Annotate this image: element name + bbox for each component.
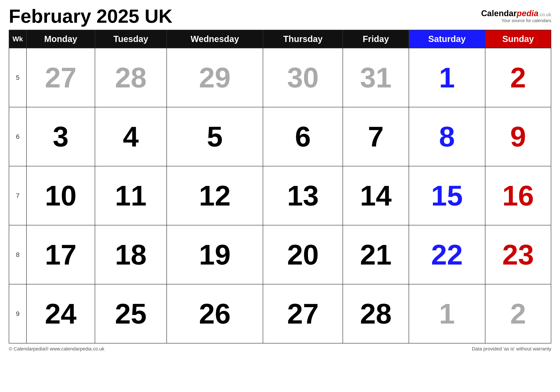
day-cell: 10 [27,166,95,225]
logo-couk: .co.uk [538,12,551,17]
header-thursday: Thursday [263,30,343,48]
day-cell: 3 [27,107,95,166]
week-number: 5 [9,48,27,107]
calendar-week-row: 9242526272812 [9,284,551,343]
logo: Calendarpedia.co.uk Your source for cale… [481,9,551,23]
day-cell: 2 [485,284,551,343]
calendar-week-row: 710111213141516 [9,166,551,225]
day-cell: 20 [263,225,343,284]
day-cell: 2 [485,48,551,107]
footer-left: © Calendarpedia® www.calendarpedia.co.uk [9,346,104,352]
day-cell: 26 [167,284,263,343]
day-cell: 28 [95,48,167,107]
day-cell: 25 [95,284,167,343]
header-saturday: Saturday [409,30,485,48]
day-cell: 18 [95,225,167,284]
day-cell: 24 [27,284,95,343]
day-cell: 1 [409,48,485,107]
page-title: February 2025 UK [9,7,172,26]
logo-brand: Calendar [481,9,517,18]
week-number: 7 [9,166,27,225]
day-cell: 12 [167,166,263,225]
day-cell: 22 [409,225,485,284]
day-cell: 28 [343,284,409,343]
week-number: 6 [9,107,27,166]
day-cell: 7 [343,107,409,166]
day-cell: 27 [263,284,343,343]
day-cell: 8 [409,107,485,166]
day-cell: 30 [263,48,343,107]
day-cell: 23 [485,225,551,284]
calendar-week-row: 5272829303112 [9,48,551,107]
footer-right: Data provided 'as is' without warranty [472,346,551,352]
header-friday: Friday [343,30,409,48]
calendar-header-row: Wk Monday Tuesday Wednesday Thursday Fri… [9,30,551,48]
day-cell: 29 [167,48,263,107]
logo-pedia: pedia [517,9,538,18]
page-header: February 2025 UK Calendarpedia.co.uk You… [9,7,551,26]
day-cell: 1 [409,284,485,343]
day-cell: 13 [263,166,343,225]
calendar-table: Wk Monday Tuesday Wednesday Thursday Fri… [9,30,551,343]
week-number: 8 [9,225,27,284]
day-cell: 11 [95,166,167,225]
header-monday: Monday [27,30,95,48]
day-cell: 27 [27,48,95,107]
header-wk: Wk [9,30,27,48]
day-cell: 31 [343,48,409,107]
day-cell: 17 [27,225,95,284]
day-cell: 6 [263,107,343,166]
calendar-week-row: 63456789 [9,107,551,166]
calendar-week-row: 817181920212223 [9,225,551,284]
day-cell: 15 [409,166,485,225]
calendar-body: 5272829303112634567897101112131415168171… [9,48,551,343]
day-cell: 9 [485,107,551,166]
week-number: 9 [9,284,27,343]
day-cell: 5 [167,107,263,166]
header-sunday: Sunday [485,30,551,48]
day-cell: 16 [485,166,551,225]
footer: © Calendarpedia® www.calendarpedia.co.uk… [9,346,551,352]
day-cell: 21 [343,225,409,284]
day-cell: 4 [95,107,167,166]
header-tuesday: Tuesday [95,30,167,48]
logo-text: Calendarpedia.co.uk [481,9,551,18]
logo-tagline: Your source for calendars [481,18,551,23]
day-cell: 19 [167,225,263,284]
header-wednesday: Wednesday [167,30,263,48]
day-cell: 14 [343,166,409,225]
